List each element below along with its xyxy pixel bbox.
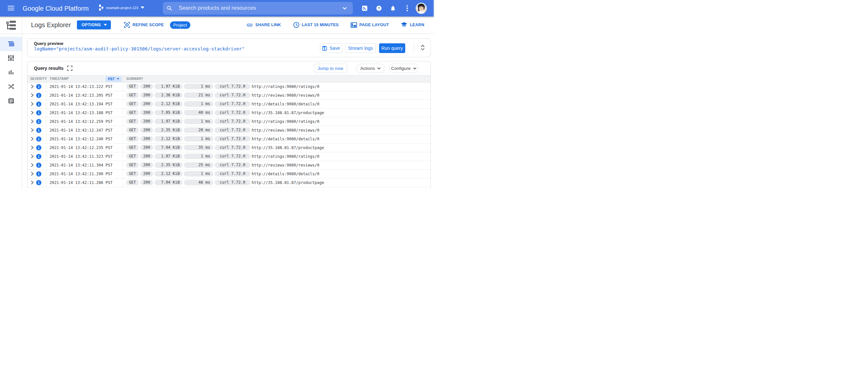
sidebar-item-logs-explorer[interactable] bbox=[0, 37, 22, 51]
log-entry-row[interactable]: 2021-01-14 13:42:11.304 PST GET 200 2.35… bbox=[28, 161, 430, 170]
search-placeholder: Search products and resources bbox=[179, 5, 256, 11]
expand-row-icon[interactable] bbox=[30, 137, 34, 141]
search-chevron-down-icon[interactable] bbox=[342, 6, 347, 11]
log-timestamp: 2021-01-14 13:42:12.247 PST bbox=[46, 126, 123, 135]
options-button[interactable]: OPTIONS bbox=[77, 20, 111, 29]
status-pill: 200 bbox=[140, 180, 153, 185]
time-range-button[interactable]: LAST 15 MINUTES bbox=[293, 22, 339, 28]
severity-info-icon[interactable] bbox=[36, 154, 41, 159]
configure-button[interactable]: Configure bbox=[389, 64, 419, 73]
log-timestamp: 2021-01-14 13:42:12.240 PST bbox=[46, 135, 123, 143]
severity-info-icon[interactable] bbox=[36, 163, 41, 168]
severity-info-icon[interactable] bbox=[36, 110, 41, 115]
page-layout-button[interactable]: PAGE LAYOUT bbox=[351, 22, 389, 28]
learn-button[interactable]: LEARN bbox=[401, 22, 424, 28]
toolbar-actions: SHARE LINK LAST 15 MINUTES PAGE LAY bbox=[246, 22, 424, 28]
fullscreen-icon[interactable] bbox=[67, 66, 72, 71]
size-pill: 2.12 KiB bbox=[154, 101, 183, 107]
user-agent-pill: curl 7.72.0 bbox=[215, 127, 250, 133]
method-pill: GET bbox=[126, 101, 139, 107]
expand-collapse-query-icon[interactable] bbox=[420, 44, 426, 52]
expand-row-icon[interactable] bbox=[30, 172, 34, 176]
severity-info-icon[interactable] bbox=[36, 128, 41, 133]
expand-row-icon[interactable] bbox=[30, 154, 34, 158]
severity-info-icon[interactable] bbox=[36, 84, 41, 89]
gcp-logo-text[interactable]: Google Cloud Platform bbox=[23, 4, 89, 12]
project-name: example-project-123 bbox=[106, 6, 138, 10]
user-agent-pill: curl 7.72.0 bbox=[215, 101, 250, 107]
column-header-summary[interactable]: SUMMARY bbox=[123, 76, 430, 82]
severity-info-icon[interactable] bbox=[36, 137, 41, 142]
sidebar-item-logs-router[interactable] bbox=[0, 80, 22, 94]
size-pill: 1.97 KiB bbox=[154, 119, 183, 124]
log-entry-row[interactable]: 2021-01-14 13:42:12.247 PST GET 200 2.35… bbox=[28, 126, 430, 135]
expand-row-icon[interactable] bbox=[30, 128, 34, 132]
severity-info-icon[interactable] bbox=[36, 102, 41, 107]
latency-pill: 1 ms bbox=[184, 84, 214, 89]
avatar[interactable] bbox=[415, 3, 427, 14]
sidebar-item-logs-storage[interactable] bbox=[0, 94, 22, 108]
query-preview-label: Query preview bbox=[34, 41, 320, 46]
log-entry-row[interactable]: 2021-01-14 13:42:12.235 PST GET 200 7.04… bbox=[28, 144, 430, 152]
expand-row-icon[interactable] bbox=[30, 84, 34, 89]
share-link-button[interactable]: SHARE LINK bbox=[246, 22, 281, 28]
latency-pill: 25 ms bbox=[184, 162, 214, 168]
size-pill: 1.97 KiB bbox=[154, 84, 183, 89]
cloud-shell-icon[interactable] bbox=[358, 0, 372, 17]
main-menu-icon[interactable] bbox=[8, 6, 14, 11]
log-timestamp: 2021-01-14 13:42:12.259 PST bbox=[46, 117, 123, 126]
severity-info-icon[interactable] bbox=[36, 171, 41, 177]
expand-row-icon[interactable] bbox=[30, 180, 34, 184]
log-entry-row[interactable]: 2021-01-14 13:42:13.188 PST GET 200 7.05… bbox=[28, 109, 430, 117]
run-query-button[interactable]: Run query bbox=[379, 43, 405, 53]
log-summary: GET 200 1.97 KiB 1 ms curl 7.72.0 http:/… bbox=[123, 152, 430, 161]
column-header-timestamp[interactable]: TIMESTAMP PST bbox=[46, 76, 123, 82]
user-agent-pill: curl 7.72.0 bbox=[215, 84, 250, 89]
stream-logs-button[interactable]: Stream logs bbox=[345, 43, 376, 53]
status-pill: 200 bbox=[140, 119, 153, 124]
share-link-icon bbox=[246, 22, 253, 28]
refine-scope-button[interactable]: REFINE SCOPE bbox=[124, 22, 164, 28]
latency-pill: 21 ms bbox=[184, 92, 214, 98]
expand-row-icon[interactable] bbox=[30, 119, 34, 123]
notifications-icon[interactable] bbox=[386, 0, 400, 17]
log-entry-row[interactable]: 2021-01-14 13:42:13.205 PST GET 200 2.36… bbox=[28, 91, 430, 100]
timezone-selector[interactable]: PST bbox=[105, 76, 121, 82]
log-entry-row[interactable]: 2021-01-14 13:42:12.259 PST GET 200 1.97… bbox=[28, 117, 430, 126]
expand-row-icon[interactable] bbox=[30, 145, 34, 150]
scope-badge[interactable]: Project bbox=[170, 21, 190, 29]
actions-button[interactable]: Actions bbox=[356, 64, 385, 73]
sidebar-item-logs-metrics[interactable] bbox=[0, 65, 22, 80]
user-agent-pill: curl 7.72.0 bbox=[215, 119, 250, 124]
expand-row-icon[interactable] bbox=[30, 93, 34, 97]
project-switcher[interactable]: example-project-123 bbox=[99, 0, 145, 16]
log-entry-row[interactable]: 2021-01-14 13:42:12.240 PST GET 200 2.12… bbox=[28, 135, 430, 144]
query-text[interactable]: logName="projects/asm-audit-policy-30150… bbox=[34, 46, 320, 52]
log-entry-row[interactable]: 2021-01-14 13:42:13.194 PST GET 200 2.12… bbox=[28, 100, 430, 109]
column-header-severity[interactable]: SEVERITY bbox=[28, 76, 46, 82]
status-pill: 200 bbox=[140, 162, 153, 168]
save-button[interactable]: Save bbox=[320, 43, 342, 53]
severity-info-icon[interactable] bbox=[36, 93, 41, 98]
severity-info-icon[interactable] bbox=[36, 119, 41, 124]
method-pill: GET bbox=[126, 162, 139, 168]
help-icon[interactable]: ? bbox=[372, 0, 386, 17]
logs-router-icon bbox=[8, 84, 14, 89]
log-entry-row[interactable]: 2021-01-14 13:42:11.323 PST GET 200 1.97… bbox=[28, 152, 430, 161]
expand-row-icon[interactable] bbox=[30, 102, 34, 106]
expand-row-icon[interactable] bbox=[30, 111, 34, 115]
jump-to-now-button[interactable]: Jump to now bbox=[314, 64, 347, 73]
expand-row-icon[interactable] bbox=[30, 163, 34, 167]
request-url: http://details:9080/details/0 bbox=[252, 172, 319, 176]
more-vert-icon[interactable] bbox=[400, 0, 414, 17]
log-entry-row[interactable]: 2021-01-14 13:42:11.290 PST GET 200 2.12… bbox=[28, 170, 430, 178]
log-entry-row[interactable]: 2021-01-14 13:42:11.286 PST GET 200 7.04… bbox=[28, 178, 430, 187]
search-bar[interactable]: Search products and resources bbox=[163, 2, 353, 14]
severity-info-icon[interactable] bbox=[36, 145, 41, 150]
latency-pill: 1 ms bbox=[184, 119, 214, 124]
size-pill: 7.05 KiB bbox=[154, 110, 183, 115]
method-pill: GET bbox=[126, 127, 139, 133]
log-entry-row[interactable]: 2021-01-14 13:42:13.222 PST GET 200 1.97… bbox=[28, 83, 430, 91]
severity-info-icon[interactable] bbox=[36, 180, 41, 185]
sidebar-item-logs-dashboard[interactable] bbox=[0, 51, 22, 65]
